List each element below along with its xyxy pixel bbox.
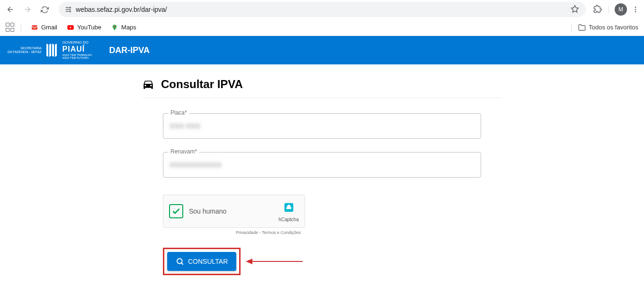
bookmark-youtube[interactable]: YouTube (63, 22, 105, 33)
folder-icon (578, 24, 586, 31)
form-area: Placa* XXX-XXX Renavam* XXXXXXXXXXX Sou … (142, 98, 502, 275)
placa-value-blurred: XXX-XXX (170, 122, 200, 130)
url-text: webas.sefaz.pi.gov.br/dar-ipva/ (76, 6, 567, 13)
logo-secretaria: SECRETARIA DA FAZENDA - SEFAZ (8, 46, 42, 54)
page-content: Consultar IPVA Placa* XXX-XXX Renavam* X… (137, 78, 507, 275)
captcha-brand-label: hCaptcha (278, 217, 299, 222)
car-icon (142, 78, 154, 90)
svg-marker-12 (246, 259, 252, 264)
svg-point-4 (635, 9, 636, 10)
app-header: SECRETARIA DA FAZENDA - SEFAZ GOVERNO DO… (0, 36, 644, 64)
captcha-text: Sou humano (189, 207, 273, 215)
nav-forward-button[interactable] (21, 3, 34, 16)
url-bar[interactable]: webas.sefaz.pi.gov.br/dar-ipva/ (59, 2, 586, 17)
consultar-label: CONSULTAR (188, 258, 228, 265)
all-favorites-button[interactable]: Todos os favoritos (567, 23, 638, 32)
maps-icon (111, 24, 118, 31)
toolbar-divider (608, 6, 609, 13)
bookmarks-bar: Gmail YouTube Maps Todos os favoritos (0, 19, 644, 36)
svg-line-10 (181, 263, 183, 264)
placa-input[interactable] (163, 113, 481, 139)
page-title-row: Consultar IPVA (142, 78, 502, 98)
svg-point-5 (635, 11, 636, 12)
profile-avatar[interactable]: M (615, 3, 627, 16)
captcha-widget[interactable]: Sou humano hCaptcha Privacidade - Termos… (163, 195, 305, 228)
svg-point-7 (114, 26, 116, 27)
piaui-flag-icon (45, 43, 59, 58)
svg-point-3 (635, 7, 636, 8)
bookmark-maps-label: Maps (121, 24, 136, 31)
svg-marker-2 (572, 6, 579, 12)
gmail-icon (31, 24, 38, 31)
bookmark-gmail[interactable]: Gmail (27, 22, 61, 33)
all-favorites-label: Todos os favoritos (589, 24, 638, 31)
nav-reload-button[interactable] (38, 3, 51, 16)
captcha-checkbox[interactable] (169, 204, 183, 218)
renavam-group: Renavam* XXXXXXXXXXX (163, 152, 481, 178)
bookmark-gmail-label: Gmail (41, 24, 57, 31)
app-logo: SECRETARIA DA FAZENDA - SEFAZ GOVERNO DO… (8, 41, 92, 60)
arrow-annotation (246, 257, 303, 266)
hcaptcha-icon (282, 201, 295, 214)
captcha-links[interactable]: Privacidade - Termos e Condições (236, 230, 301, 235)
search-icon (176, 257, 184, 266)
bookmark-maps[interactable]: Maps (107, 22, 140, 33)
submit-highlight-annotation: CONSULTAR (163, 248, 241, 275)
consultar-button[interactable]: CONSULTAR (167, 252, 236, 271)
page-title: Consultar IPVA (161, 78, 243, 91)
renavam-value-blurred: XXXXXXXXXXX (170, 161, 222, 169)
captcha-brand: hCaptcha (278, 201, 299, 222)
svg-point-0 (70, 7, 71, 9)
app-title: DAR-IPVA (109, 45, 150, 55)
svg-point-9 (177, 259, 182, 264)
bookmark-youtube-label: YouTube (77, 24, 101, 31)
browser-toolbar: webas.sefaz.pi.gov.br/dar-ipva/ M (0, 0, 644, 19)
logo-piaui-text: GOVERNO DO PIAUÍ AQUI TEM TRABALHO AQUI … (63, 41, 92, 60)
youtube-icon (67, 24, 74, 31)
bookmark-star-icon[interactable] (571, 5, 580, 14)
site-info-icon[interactable] (64, 6, 72, 13)
renavam-label: Renavam* (169, 148, 199, 155)
placa-group: Placa* XXX-XXX (163, 113, 481, 139)
nav-back-button[interactable] (4, 3, 17, 16)
placa-label: Placa* (169, 109, 189, 116)
bookmark-divider-right (571, 23, 572, 32)
browser-menu-icon[interactable] (631, 5, 640, 14)
check-icon (171, 206, 181, 216)
bookmark-divider (21, 23, 21, 32)
apps-icon[interactable] (6, 23, 15, 32)
extensions-icon[interactable] (593, 5, 603, 14)
svg-point-1 (70, 11, 71, 12)
